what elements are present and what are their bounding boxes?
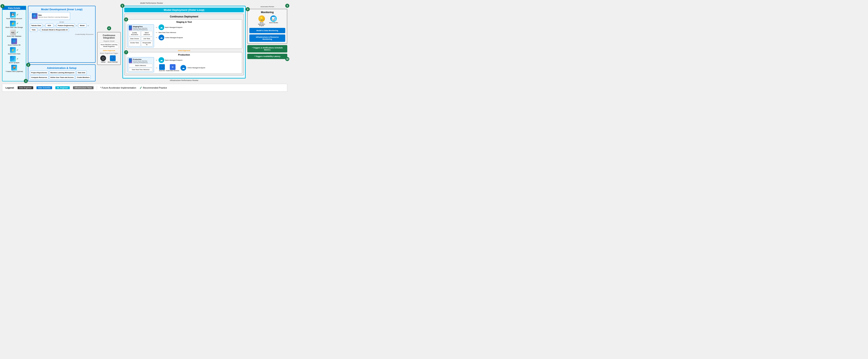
outer-loop-section: 5 Model Deployment (Outer Loop) Continuo… bbox=[122, 6, 246, 81]
infra-monitoring-card: Infrastructure & Resource Monitoring bbox=[249, 34, 285, 42]
flow-train: Train bbox=[30, 28, 37, 32]
prod-workspace-subtitle: Secure Azure Machine Learning Workspace(… bbox=[133, 60, 153, 63]
azure-sql-item: SQL ✓ Azure SQL Database bbox=[4, 30, 24, 37]
ci-section: 4 Continuous Integration Register Model … bbox=[97, 6, 121, 81]
dev-subtitle: Secure Azure Machine Learning Workspace bbox=[38, 16, 68, 18]
azure-datalake-item: ⚡ ✓ Azure Data Lake Storage bbox=[4, 21, 24, 28]
main-container: Model Performance Review Data Estate 1 3… bbox=[0, 0, 289, 94]
model-trigger-label: Model Registered Trigger bbox=[99, 52, 119, 54]
monitoring-title: Monitoring bbox=[249, 11, 285, 14]
datalake-check: ✓ bbox=[17, 22, 19, 25]
kubernetes-label: Kubernetes Services bbox=[166, 70, 179, 71]
unit-tests: Unit Tests bbox=[141, 37, 153, 40]
legend-de-color: Data Engineer bbox=[18, 86, 33, 89]
badge-5: 5 bbox=[120, 4, 124, 8]
arrow-5: → bbox=[38, 29, 40, 31]
flow-feature: Feature Engineering bbox=[57, 24, 75, 28]
badge-9: 9 bbox=[285, 4, 289, 8]
admin-title: Administration & Setup bbox=[30, 66, 93, 69]
data-estate-title: Data Estate bbox=[2, 6, 26, 10]
auto-retrain-label: Automated Retrain bbox=[247, 6, 287, 8]
admin-compute: Compute Resources bbox=[30, 75, 49, 79]
azure-storage-item: 💾 ✓ Azure Storage Account bbox=[4, 12, 24, 20]
batch-managed-endpoint-prod: Batch Managed Endpoint bbox=[165, 59, 182, 61]
prod-workspace: 👤 Production Secure Azure Machine Learni… bbox=[127, 57, 154, 72]
gated-approval-deploy: Gated Approval bbox=[126, 50, 242, 52]
flow-steps: Tabular Data → EDA → Feature Engineering… bbox=[30, 24, 93, 32]
github-icon: ⬡ bbox=[100, 55, 106, 61]
cont-deploy-title: Continuous Deployment bbox=[126, 15, 242, 18]
arrow-1: → bbox=[43, 24, 45, 27]
monitoring-box: 8 Monitoring 💡 Azure Application Insight… bbox=[247, 9, 287, 44]
azure-synapse-item: 🔷 ✓ Azure Synapse bbox=[4, 56, 24, 64]
badge-7: 7 bbox=[124, 50, 128, 54]
staging-test-box: 6 Staging & Test 👤 Staging/Test bbox=[126, 19, 242, 49]
azure-cosmos-label: Azure Cosmos DB bbox=[8, 44, 21, 46]
admin-define-team: Define User Team and Access bbox=[49, 75, 75, 79]
azure-devops-icon: 🔵 bbox=[110, 55, 116, 61]
near-realtime-staging: Near Real-Time Inference bbox=[158, 32, 176, 33]
recommended-practice-label: Recommended Practice bbox=[143, 87, 167, 89]
admin-section: 2 Administration & Setup Project Reposit… bbox=[28, 64, 96, 81]
inner-loop-section: Model Development (Inner Loop) 🔷 Dev Sec… bbox=[28, 6, 96, 63]
azure-eventhubs-icon: ⚡ bbox=[10, 47, 16, 53]
triggers-availability-label: * Triggers Availability Latency bbox=[254, 55, 280, 57]
online-cloud-icon-staging: ☁ bbox=[158, 35, 164, 40]
staging-workspace-title: Staging/Test bbox=[133, 26, 153, 28]
legend-data-engineer: Data Engineer bbox=[18, 86, 33, 89]
batch-inference-staging: Batch Inference bbox=[141, 31, 153, 36]
quality-assurance: Quality Assurance bbox=[129, 31, 141, 36]
triggers-notifications-card: * Triggers & Notifications Schedule Metr… bbox=[247, 45, 287, 53]
badge-3: 3 bbox=[24, 79, 28, 83]
azure-storage-icon: 💾 bbox=[10, 12, 16, 18]
azure-arc-label: Azure Arc bbox=[159, 70, 165, 71]
storage-check: ✓ bbox=[17, 13, 19, 16]
staging-title: Staging & Test bbox=[127, 21, 241, 23]
azure-devops-icon-box: 🔵 Azure DevOps bbox=[107, 55, 118, 63]
batch-inference-prod: Batch Inference bbox=[129, 64, 153, 67]
azure-monitor-box: 📊 Azure Monitor bbox=[269, 15, 278, 26]
online-managed-endpoint-staging: Online Managed Endpoint bbox=[165, 37, 183, 38]
badge-2: 2 bbox=[26, 63, 30, 67]
azure-app-insights-icon: 💡 bbox=[258, 15, 265, 22]
triggers-availability-card: 10 * Triggers Availability Latency bbox=[247, 54, 287, 59]
arrow-2: → bbox=[54, 24, 56, 27]
gated-approval-label: Gated Approval bbox=[99, 50, 119, 52]
dev-workspace-icon: 🔷 bbox=[32, 13, 37, 19]
github-label: Github bbox=[101, 61, 105, 63]
prod-workspace-icon: 👤 bbox=[129, 58, 132, 63]
batch-cloud-icon-staging: ☁ bbox=[158, 24, 164, 30]
inner-loop-title: Model Development (Inner Loop) bbox=[30, 8, 93, 11]
model-data-monitoring-card: Model & Data Monitoring bbox=[249, 28, 285, 33]
kubernetes-icon: ⚙ bbox=[170, 64, 176, 70]
dev-title: Dev bbox=[38, 14, 68, 16]
badge-1: 1 bbox=[0, 4, 4, 8]
arrow-3: → bbox=[75, 24, 78, 27]
feature-store-label: * Feature Store (Optional) bbox=[5, 70, 23, 72]
legend-ml-engineer: ML Engineer bbox=[55, 86, 70, 89]
eventhubs-check: ✓ bbox=[17, 48, 19, 52]
checkmark-legend: ✓ bbox=[140, 86, 142, 90]
feature-store-icon: 📦 bbox=[11, 65, 17, 70]
azure-datalake-label: Azure Data Lake Storage bbox=[5, 27, 23, 28]
iterate-label: Iterate bbox=[30, 21, 93, 23]
badge-4: 4 bbox=[107, 26, 111, 30]
badge-6: 6 bbox=[124, 18, 128, 22]
legend-bar: Legend: Data Engineer Data Scientist ML … bbox=[2, 84, 287, 92]
responsible-ai: Responsible AI bbox=[141, 41, 153, 46]
create-modify-label: Create/Modify Resources bbox=[30, 33, 93, 35]
admin-create-monitors: Create Monitors bbox=[76, 75, 91, 79]
azure-sql-icon: SQL bbox=[10, 30, 16, 35]
legend-infra-color: Infrastructure Team bbox=[73, 86, 93, 89]
admin-datasets: Data Sets bbox=[76, 71, 87, 75]
prod-workspace-title: Production bbox=[133, 59, 153, 60]
admin-project-repos: Project Repositories bbox=[30, 71, 49, 75]
flow-eda: EDA bbox=[45, 24, 53, 28]
smoke-tests: Smoke Tests bbox=[129, 41, 141, 46]
production-box: 7 Production 👤 Production bbox=[126, 52, 242, 74]
azure-eventhubs-label: Azure Event Hubs bbox=[8, 53, 20, 55]
near-realtime-prod: Near Real-Time Inference bbox=[129, 68, 153, 71]
batch-managed-endpoint-staging: Batch Managed Endpoint bbox=[165, 27, 182, 28]
ci-title: Continuous Integration bbox=[99, 34, 119, 39]
online-managed-endpoint-prod: Online Managed Endpoint bbox=[187, 67, 205, 69]
